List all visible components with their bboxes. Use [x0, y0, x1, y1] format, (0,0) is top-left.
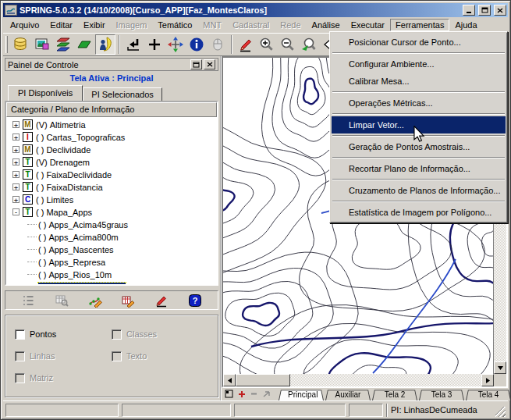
expander-icon[interactable]: - [12, 208, 20, 215]
scroll-right-button[interactable] [481, 374, 494, 386]
cursor-position-icon[interactable] [95, 34, 115, 55]
menu-ferramentas[interactable]: Ferramentas [390, 19, 449, 31]
menuitem-calibrar-mesa[interactable]: Calibrar Mesa... [332, 73, 506, 90]
scrollbar-corner [494, 374, 506, 386]
menu-imagem: Imagem [111, 19, 153, 31]
tree-label: Apps_Represa [48, 258, 105, 267]
tree-row-selected[interactable]: ( )LinhasDeCumeada [6, 281, 217, 284]
checkbox-pontos[interactable]: Pontos [15, 329, 112, 340]
tree-row[interactable]: -T( )Mapa_Apps [6, 206, 217, 219]
layers-icon[interactable] [53, 34, 73, 55]
database-icon[interactable] [11, 34, 31, 55]
close-panel-icon[interactable] [204, 59, 215, 69]
tree-row[interactable]: ( )Apps_Represa [6, 256, 217, 269]
detach-screen-icon[interactable] [262, 390, 271, 398]
tab-tela2[interactable]: Tela 2 [372, 389, 417, 400]
menuitem-operacoes-metricas[interactable]: Operações Métricas... [332, 94, 506, 112]
scroll-left-button[interactable] [223, 374, 236, 386]
add-screen-icon[interactable] [238, 390, 246, 398]
visibility-flag: (V) [36, 120, 48, 130]
tree-row[interactable]: +C( )Limites [6, 194, 217, 206]
menu-tematico[interactable]: Temático [152, 19, 197, 31]
menu-exibir[interactable]: Exibir [78, 19, 111, 31]
menu-editar[interactable]: Editar [44, 19, 78, 31]
crosshair-icon[interactable] [144, 34, 165, 55]
expander-icon[interactable]: + [12, 146, 20, 153]
menuitem-posicionar-cursor[interactable]: Posicionar Cursor de Ponto... [332, 34, 506, 51]
zoom-out-icon[interactable] [278, 34, 298, 55]
pan-icon[interactable] [165, 34, 186, 55]
tree-row[interactable]: +M(V)Altimetria [6, 119, 217, 131]
mouse-cursor-icon [413, 126, 425, 142]
status-pi-label: PI: LinhasDeCumeada [386, 404, 492, 417]
tab-principal[interactable]: Principal [279, 389, 324, 400]
checkbox-box[interactable] [15, 329, 25, 340]
table-edit-icon[interactable] [119, 292, 137, 309]
minimize-button[interactable] [463, 5, 475, 16]
polygon-icon[interactable] [74, 34, 94, 55]
expander-icon[interactable]: + [12, 196, 20, 203]
menu-ajuda[interactable]: Ajuda [449, 19, 482, 31]
menuitem-estatistica-imagem[interactable]: Estatística de Imagem por Polígono... [332, 204, 506, 221]
tree-row[interactable]: +T( )FaixaDistancia [6, 181, 217, 194]
tab-auxiliar[interactable]: Auxiliar [325, 389, 371, 400]
edit-pencil-icon[interactable] [236, 34, 256, 55]
tree-row[interactable]: ( )Apps_Rios_10m [6, 269, 217, 281]
tab-tela3[interactable]: Tela 3 [419, 389, 464, 400]
menu-analise[interactable]: Análise [307, 19, 346, 31]
tab-pi-selecionados[interactable]: PI Selecionados [83, 87, 162, 101]
checkbox-label: Linhas [30, 351, 55, 361]
menu-cadastral: Cadastral [227, 19, 275, 31]
maximize-button[interactable] [478, 5, 491, 16]
menuitem-limpar-vetor[interactable]: Limpar Vetor... [332, 116, 506, 133]
menuitem-configurar-ambiente[interactable]: Configurar Ambiente... [332, 55, 506, 73]
menu-executar[interactable]: Executar [346, 19, 390, 31]
close-button[interactable] [494, 5, 506, 16]
menu-arquivo[interactable]: Arquivo [5, 19, 44, 31]
menuitem-recortar-pi[interactable]: Recortar Plano de Informação... [332, 160, 506, 177]
tree-row[interactable]: +M( )Declividade [6, 144, 217, 156]
title-bar[interactable]: SPRING-5.0.3.2 (14/10/2008)[Curso_APP][F… [3, 3, 508, 17]
menuitem-cruzamento-pis[interactable]: Cruzamento de Planos de Informação... [332, 182, 506, 199]
tree-row[interactable]: ( )Apps_Acima800m [6, 231, 217, 244]
tab-tela4[interactable]: Tela 4 [466, 389, 511, 400]
expander-icon[interactable]: + [12, 158, 20, 166]
info-icon[interactable] [186, 34, 207, 55]
remove-screen-icon[interactable] [250, 390, 257, 397]
scroll-down-button[interactable] [494, 361, 506, 374]
tree-row[interactable]: ( )Apps_Acima45graus [6, 219, 217, 231]
menu-separator [332, 113, 505, 115]
visibility-flag: ( ) [36, 133, 44, 142]
checkbox-box [112, 329, 122, 340]
tree-row[interactable]: ( )Apps_Nascentes [6, 244, 217, 256]
menu-separator [332, 201, 505, 202]
expander-icon[interactable]: + [12, 183, 20, 190]
checkbox-texto: Texto [112, 351, 208, 361]
horizontal-scrollbar-thumb[interactable] [236, 374, 290, 386]
expander-icon[interactable]: + [12, 171, 20, 178]
tree-row[interactable]: +T( )FaixaDeclividade [6, 169, 217, 181]
restore-screen-icon[interactable] [225, 390, 233, 398]
tree-label: LinhasDeCumeada [50, 283, 123, 284]
image-registration-icon[interactable] [32, 34, 52, 55]
float-panel-icon[interactable] [190, 59, 202, 69]
resize-grip[interactable] [495, 407, 506, 417]
expander-icon[interactable]: + [12, 133, 20, 141]
tree-row[interactable]: +I( )Cartas_Topograficas [6, 131, 217, 144]
help-icon[interactable]: ? [186, 292, 204, 309]
erase-pencil-icon[interactable] [152, 292, 171, 309]
tree-row[interactable]: +T(V)Drenagem [6, 156, 217, 169]
tab-pi-disponiveis[interactable]: PI Disponíveis [8, 85, 83, 101]
visibility-flag: ( ) [38, 245, 46, 254]
zoom-selection-icon[interactable] [299, 34, 319, 55]
zoom-in-icon[interactable] [257, 34, 277, 55]
panel-title-bar[interactable]: Painel de Controle [5, 58, 218, 71]
vector-edit-icon[interactable] [86, 292, 105, 309]
expander-icon[interactable]: + [12, 121, 20, 128]
tab-label: Tela 3 [428, 389, 455, 400]
corner-snap-icon[interactable] [123, 34, 144, 55]
ferramentas-menu: Posicionar Cursor de Ponto... Configurar… [329, 31, 508, 223]
toolbar-grip[interactable] [5, 36, 8, 53]
horizontal-scrollbar[interactable] [223, 374, 494, 386]
menu-separator [332, 91, 505, 93]
